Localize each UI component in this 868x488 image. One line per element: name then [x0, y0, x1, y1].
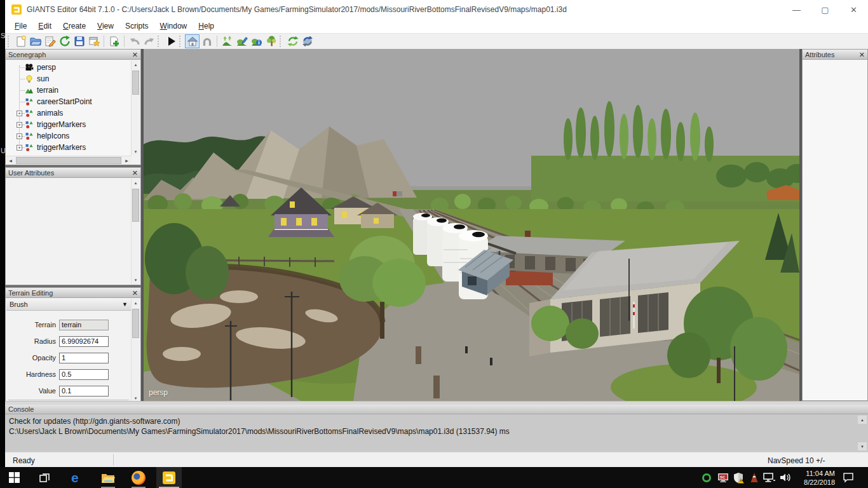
new-file-button[interactable] — [13, 34, 28, 48]
viewport-3d[interactable]: persp — [144, 49, 799, 401]
task-view-button[interactable] — [32, 467, 57, 488]
user-attributes-vscrollbar[interactable]: ▲ ▼ — [131, 179, 140, 284]
open-file-button[interactable] — [28, 34, 43, 48]
scroll-up-icon[interactable]: ▲ — [132, 179, 140, 187]
menu-create[interactable]: Create — [57, 20, 92, 32]
scroll-thumb[interactable] — [132, 309, 139, 338]
scenegraph-node-sun[interactable]: sun — [6, 73, 131, 85]
home-icon — [186, 35, 199, 48]
scenegraph-node-helpIcons[interactable]: + helpIcons — [6, 130, 131, 142]
menu-help[interactable]: Help — [193, 20, 220, 32]
play-button[interactable] — [163, 34, 178, 48]
terrain-editing-vscrollbar[interactable]: ▲ ▼ — [131, 299, 140, 402]
expand-icon[interactable]: + — [17, 122, 22, 128]
toolbar-grip[interactable] — [280, 36, 283, 47]
start-button[interactable] — [1, 467, 27, 488]
undo-button[interactable] — [127, 34, 142, 48]
terrain-detail-button[interactable] — [249, 34, 264, 48]
opacity-field-row: Opacity — [6, 351, 132, 364]
opacity-field[interactable] — [59, 353, 109, 363]
add-object-button[interactable] — [107, 34, 121, 48]
toolbar-grip[interactable] — [158, 36, 161, 47]
redo-button[interactable] — [142, 34, 156, 48]
scenegraph-node-terrain[interactable]: terrain — [6, 85, 131, 96]
terrain-field[interactable] — [59, 320, 109, 330]
replace-resources-button[interactable] — [300, 34, 315, 48]
menu-edit[interactable]: Edit — [32, 20, 57, 32]
action-center-button[interactable] — [837, 467, 859, 488]
snap-button[interactable] — [200, 34, 214, 48]
maximize-button[interactable]: ▢ — [811, 0, 839, 19]
radius-field[interactable] — [59, 336, 109, 347]
taskbar-clock[interactable]: 11:04 AM 8/22/2018 — [790, 469, 835, 487]
menu-window[interactable]: Window — [154, 20, 193, 32]
reload-resources-icon — [287, 35, 299, 48]
taskbar-giants-editor[interactable] — [156, 467, 182, 488]
minimize-button[interactable]: — — [782, 0, 811, 19]
toolbar-grip[interactable] — [8, 36, 11, 47]
transform-group-icon — [25, 109, 34, 118]
scroll-down-icon[interactable]: ▼ — [132, 276, 140, 284]
brush-section-header[interactable]: Brush ▼ — [6, 299, 131, 311]
camera-home-button[interactable] — [185, 34, 200, 48]
desktop-edge-strip: S U — [0, 0, 5, 467]
tray-network-icon[interactable] — [761, 467, 776, 488]
tray-vlc-cone-icon[interactable] — [747, 467, 762, 488]
foliage-button[interactable] — [264, 34, 278, 48]
clock-date: 8/22/2018 — [790, 478, 835, 487]
scroll-thumb[interactable] — [132, 189, 139, 222]
expand-icon[interactable]: + — [17, 111, 22, 116]
menu-scripts[interactable]: Scripts — [119, 20, 154, 32]
taskbar-edge[interactable]: e — [64, 467, 89, 488]
file-explorer-icon — [101, 471, 115, 484]
scenegraph-node-careerStartPoint[interactable]: careerStartPoint — [6, 96, 131, 107]
script-editor-icon — [44, 35, 57, 48]
scenegraph-node-triggerMarkers2[interactable]: + triggerMarkers — [6, 142, 131, 153]
tray-defender-icon[interactable] — [731, 467, 746, 488]
radius-field-row: Radius — [6, 335, 132, 348]
hardness-field[interactable] — [59, 369, 109, 380]
console-line: C:\Users\Jack L Brown\Documents\My Games… — [9, 426, 868, 437]
scroll-up-icon[interactable]: ▲ — [132, 60, 140, 69]
save-button[interactable] — [72, 34, 86, 48]
expand-icon[interactable]: + — [17, 133, 22, 139]
scroll-right-icon[interactable]: ▶ — [123, 156, 131, 165]
scenegraph-node-triggerMarkers[interactable]: + triggerMarkers — [6, 119, 131, 130]
scenegraph-hscrollbar[interactable]: ◀ ▶ — [6, 156, 131, 164]
scenegraph-vscrollbar[interactable]: ▲ ▼ — [131, 60, 140, 156]
scroll-left-icon[interactable]: ◀ — [6, 156, 15, 165]
toolbar — [5, 33, 868, 50]
tray-screenconnect-icon[interactable]: SC — [715, 467, 731, 488]
scenegraph-node-persp[interactable]: persp — [6, 62, 131, 73]
close-icon[interactable]: ✕ — [132, 290, 138, 296]
taskbar-firefox[interactable] — [126, 467, 151, 488]
tray-green-ring-icon[interactable] — [699, 467, 714, 488]
new-window-button[interactable] — [86, 34, 101, 48]
menu-view[interactable]: View — [92, 20, 119, 32]
scenegraph-panel: Scenegraph ✕ persp sun terrain — [5, 49, 141, 165]
dropdown-arrow-icon[interactable]: ▼ — [122, 301, 128, 308]
script-editor-button[interactable] — [43, 34, 57, 48]
menu-file[interactable]: File — [9, 20, 32, 32]
console-vscrollbar[interactable]: ▲ ▼ — [858, 416, 867, 451]
close-icon[interactable]: ✕ — [132, 51, 138, 58]
scroll-thumb[interactable] — [16, 157, 121, 164]
terrain-editing-header: Terrain Editing ✕ — [6, 288, 140, 298]
close-icon[interactable]: ✕ — [132, 170, 138, 176]
taskbar-file-explorer[interactable] — [95, 467, 121, 488]
scroll-down-icon[interactable]: ▼ — [132, 147, 140, 156]
value-field[interactable] — [59, 386, 109, 396]
reload-resources-button[interactable] — [285, 34, 300, 48]
expand-icon[interactable]: + — [17, 145, 22, 151]
scenegraph-node-animals[interactable]: + animals — [6, 107, 131, 119]
scroll-up-icon[interactable]: ▲ — [858, 416, 867, 424]
reload-button[interactable] — [57, 34, 72, 48]
scroll-thumb[interactable] — [132, 71, 139, 95]
terrain-sculpt-button[interactable] — [220, 34, 234, 48]
close-icon[interactable]: ✕ — [859, 51, 865, 58]
close-button[interactable]: ✕ — [839, 0, 868, 19]
scroll-up-icon[interactable]: ▲ — [132, 299, 140, 307]
terrain-paint-button[interactable] — [234, 34, 249, 48]
scroll-down-icon[interactable]: ▼ — [858, 442, 867, 451]
toolbar-grip[interactable] — [179, 36, 182, 47]
